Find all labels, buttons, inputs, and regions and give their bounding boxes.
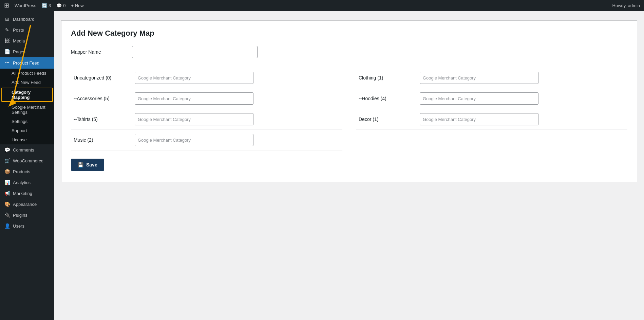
category-input-hoodies[interactable] xyxy=(420,92,538,105)
category-input-clothing[interactable] xyxy=(420,72,538,84)
sidebar-item-comments[interactable]: 💬 Comments xyxy=(0,144,54,155)
updates-item[interactable]: 🔄 3 xyxy=(42,3,51,8)
category-input-tshirts[interactable] xyxy=(135,113,253,125)
sidebar-item-label: Dashboard xyxy=(13,17,35,22)
sidebar-item-product-feed[interactable]: 〜 Product Feed xyxy=(0,57,54,69)
sidebar-item-appearance[interactable]: 🎨 Appearance xyxy=(0,199,54,210)
sidebar-item-label: Comments xyxy=(13,147,34,153)
submenu-support[interactable]: Support xyxy=(0,126,54,135)
sidebar-item-label: Analytics xyxy=(13,180,31,185)
category-input-uncategorized[interactable] xyxy=(135,72,253,84)
dashboard-icon: ⊞ xyxy=(4,16,10,22)
category-row-accessories: --Accessories (5) xyxy=(71,88,342,109)
save-button[interactable]: 💾 Save xyxy=(71,159,104,171)
category-label-accessories: --Accessories (5) xyxy=(74,96,135,101)
product-feed-icon: 〜 xyxy=(4,60,10,66)
wp-logo[interactable]: ⊞ xyxy=(4,2,9,9)
sidebar-item-label: Plugins xyxy=(13,213,27,218)
sidebar-item-label: Product Feed xyxy=(13,60,39,66)
sidebar-item-label: Users xyxy=(13,224,24,229)
sidebar-item-media[interactable]: 🖼 Media xyxy=(0,35,54,46)
comments-icon: 💬 xyxy=(4,147,10,153)
sidebar: ⊞ Dashboard ✎ Posts 🖼 Media 📄 Pages 〜 Pr… xyxy=(0,11,54,320)
category-right-col: Clothing (1) --Hoodies (4) Decor (1) xyxy=(356,68,627,150)
new-item[interactable]: + New xyxy=(71,3,84,8)
category-label-clothing: Clothing (1) xyxy=(359,75,420,81)
category-row-decor: Decor (1) xyxy=(356,109,627,130)
page-title: Add New Category Map xyxy=(71,29,627,38)
sidebar-item-dashboard[interactable]: ⊞ Dashboard xyxy=(0,14,54,24)
comments-icon: 💬 xyxy=(56,3,62,8)
save-label: Save xyxy=(86,162,97,167)
comments-item[interactable]: 💬 0 xyxy=(56,3,65,8)
category-row-music: Music (2) xyxy=(71,130,342,150)
analytics-icon: 📊 xyxy=(4,180,10,185)
sidebar-item-label: WooCommerce xyxy=(13,158,43,163)
products-icon: 📦 xyxy=(4,169,10,174)
category-label-hoodies: --Hoodies (4) xyxy=(359,96,420,101)
sidebar-item-posts[interactable]: ✎ Posts xyxy=(0,24,54,35)
users-icon: 👤 xyxy=(4,223,10,229)
howdy-text: Howdy, admin xyxy=(612,3,640,8)
submenu-category-mapping[interactable]: Category Mapping xyxy=(1,88,53,102)
sidebar-item-plugins[interactable]: 🔌 Plugins xyxy=(0,210,54,220)
category-label-decor: Decor (1) xyxy=(359,117,420,122)
plugins-icon: 🔌 xyxy=(4,212,10,218)
category-label-uncategorized: Uncategorized (0) xyxy=(74,75,135,81)
admin-bar: ⊞ WordPress 🔄 3 💬 0 + New Howdy, admin xyxy=(0,0,644,11)
product-feed-submenu: All Product Feeds Add New Feed Category … xyxy=(0,69,54,144)
sidebar-item-pages[interactable]: 📄 Pages xyxy=(0,46,54,57)
sidebar-item-label: Products xyxy=(13,169,30,174)
category-label-music: Music (2) xyxy=(74,137,135,143)
category-input-music[interactable] xyxy=(135,134,253,146)
sidebar-item-label: Marketing xyxy=(13,191,32,196)
save-icon: 💾 xyxy=(78,162,83,167)
submenu-settings[interactable]: Settings xyxy=(0,117,54,126)
sidebar-item-products[interactable]: 📦 Products xyxy=(0,166,54,177)
appearance-icon: 🎨 xyxy=(4,201,10,207)
submenu-add-new-feed[interactable]: Add New Feed xyxy=(0,78,54,87)
category-label-tshirts: --Tshirts (5) xyxy=(74,117,135,122)
mapper-name-row: Mapper Name xyxy=(71,46,627,58)
mapper-name-input[interactable] xyxy=(132,46,258,58)
posts-icon: ✎ xyxy=(4,27,10,33)
sidebar-item-users[interactable]: 👤 Users xyxy=(0,220,54,231)
mapper-name-label: Mapper Name xyxy=(71,49,132,55)
category-input-decor[interactable] xyxy=(420,113,538,125)
site-name[interactable]: WordPress xyxy=(15,3,36,8)
updates-icon: 🔄 xyxy=(42,3,47,8)
content-box: Add New Category Map Mapper Name Uncateg… xyxy=(61,20,637,182)
sidebar-item-analytics[interactable]: 📊 Analytics xyxy=(0,177,54,188)
category-row-uncategorized: Uncategorized (0) xyxy=(71,68,342,88)
media-icon: 🖼 xyxy=(4,38,10,43)
marketing-icon: 📢 xyxy=(4,191,10,196)
category-row-clothing: Clothing (1) xyxy=(356,68,627,88)
woocommerce-icon: 🛒 xyxy=(4,158,10,163)
sidebar-item-marketing[interactable]: 📢 Marketing xyxy=(0,188,54,199)
submenu-license[interactable]: License xyxy=(0,135,54,144)
submenu-all-feeds[interactable]: All Product Feeds xyxy=(0,69,54,78)
pages-icon: 📄 xyxy=(4,49,10,54)
sidebar-item-label: Posts xyxy=(13,28,24,33)
sidebar-item-woocommerce[interactable]: 🛒 WooCommerce xyxy=(0,155,54,166)
category-left-col: Uncategorized (0) --Accessories (5) --Ts… xyxy=(71,68,342,150)
category-mapping-grid: Uncategorized (0) --Accessories (5) --Ts… xyxy=(71,68,627,150)
sidebar-item-label: Pages xyxy=(13,49,25,54)
main-content: Add New Category Map Mapper Name Uncateg… xyxy=(54,11,644,320)
category-row-hoodies: --Hoodies (4) xyxy=(356,88,627,109)
category-input-accessories[interactable] xyxy=(135,92,253,105)
sidebar-item-label: Appearance xyxy=(13,202,37,207)
submenu-google-merchant[interactable]: Google Merchant Settings xyxy=(0,103,54,117)
sidebar-item-label: Media xyxy=(13,38,25,43)
category-row-tshirts: --Tshirts (5) xyxy=(71,109,342,130)
